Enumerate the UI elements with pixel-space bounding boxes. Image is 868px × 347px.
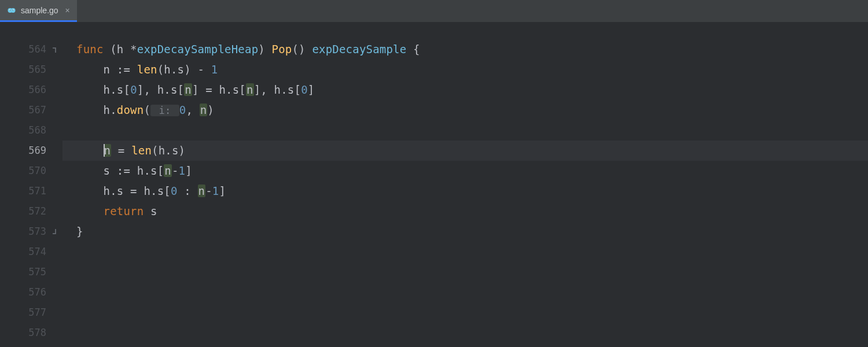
line-number[interactable]: 573 [0, 222, 62, 242]
code-line[interactable] [62, 323, 868, 343]
text-caret [104, 144, 105, 157]
fold-close-icon[interactable] [52, 228, 59, 235]
line-number[interactable] [0, 28, 62, 39]
code-area[interactable]: func (h *expDecaySampleHeap) Pop() expDe… [62, 22, 868, 347]
code-line[interactable] [62, 282, 868, 302]
svg-point-4 [10, 9, 10, 10]
editor: 564 565 566 567 568 569 570 571 572 573 … [0, 22, 868, 347]
code-line[interactable]: return s [62, 201, 868, 222]
code-line[interactable]: h.s[0], h.s[n] = h.s[n], h.s[0] [62, 80, 868, 100]
file-tab[interactable]: sample.go × [0, 0, 77, 22]
code-line-current[interactable]: n = len(h.s) [62, 141, 868, 161]
line-number[interactable]: 572 [0, 201, 62, 222]
line-number[interactable]: 567 [0, 100, 62, 120]
line-number[interactable]: 571 [0, 181, 62, 201]
svg-point-5 [13, 9, 13, 10]
line-number[interactable]: 576 [0, 282, 62, 302]
svg-point-1 [11, 8, 16, 13]
parameter-hint: i: [150, 105, 179, 116]
code-line[interactable]: h.down( i: 0, n) [62, 100, 868, 120]
line-number[interactable]: 564 [0, 39, 62, 60]
code-line[interactable]: s := h.s[n-1] [62, 161, 868, 181]
code-line[interactable] [62, 242, 868, 262]
close-icon[interactable]: × [63, 6, 70, 15]
line-number[interactable]: 570 [0, 161, 62, 181]
gutter: 564 565 566 567 568 569 570 571 572 573 … [0, 22, 62, 347]
code-line[interactable] [62, 120, 868, 141]
tab-bar: sample.go × [0, 0, 868, 22]
code-line[interactable] [62, 302, 868, 323]
code-line[interactable] [62, 28, 868, 39]
line-number[interactable]: 575 [0, 262, 62, 282]
code-line[interactable]: func (h *expDecaySampleHeap) Pop() expDe… [62, 39, 868, 60]
tab-filename: sample.go [21, 6, 58, 15]
fold-open-icon[interactable] [52, 46, 59, 53]
code-line[interactable]: } [62, 222, 868, 242]
line-number[interactable]: 577 [0, 302, 62, 323]
code-line[interactable]: h.s = h.s[0 : n-1] [62, 181, 868, 201]
line-number[interactable]: 565 [0, 60, 62, 80]
go-file-icon [7, 6, 16, 15]
line-number[interactable]: 578 [0, 323, 62, 343]
line-number[interactable]: 574 [0, 242, 62, 262]
line-number[interactable]: 568 [0, 120, 62, 141]
code-line[interactable] [62, 262, 868, 282]
line-number-current[interactable]: 569 [0, 141, 62, 161]
line-number[interactable]: 566 [0, 80, 62, 100]
code-line[interactable]: n := len(h.s) - 1 [62, 60, 868, 80]
